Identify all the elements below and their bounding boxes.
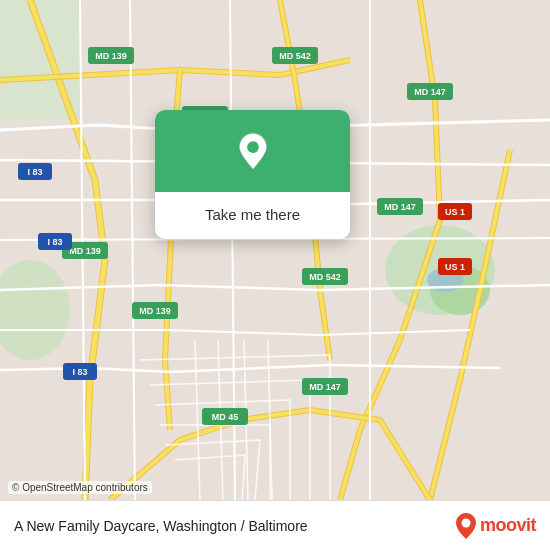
svg-point-39 [461, 518, 470, 527]
moovit-logo: moovit [455, 512, 536, 540]
svg-text:MD 147: MD 147 [309, 382, 341, 392]
map-container: MD 139 MD 139 MD 139 MD 139 MD 542 MD 54… [0, 0, 550, 500]
moovit-brand-text: moovit [480, 515, 536, 536]
svg-text:MD 139: MD 139 [69, 246, 101, 256]
svg-text:US 1: US 1 [445, 262, 465, 272]
svg-text:MD 45: MD 45 [212, 412, 239, 422]
svg-text:MD 542: MD 542 [309, 272, 341, 282]
moovit-pin-icon [455, 512, 477, 540]
svg-text:MD 139: MD 139 [95, 51, 127, 61]
location-title: A New Family Daycare, Washington / Balti… [14, 518, 455, 534]
svg-point-38 [247, 141, 259, 153]
take-me-there-button[interactable]: Take me there [197, 202, 308, 227]
bottom-bar: A New Family Daycare, Washington / Balti… [0, 500, 550, 550]
map-popup: Take me there [155, 110, 350, 239]
map-attribution: © OpenStreetMap contributors [8, 481, 152, 494]
svg-text:MD 147: MD 147 [414, 87, 446, 97]
location-pin-icon [232, 132, 274, 174]
svg-text:MD 542: MD 542 [279, 51, 311, 61]
svg-text:MD 147: MD 147 [384, 202, 416, 212]
svg-text:I 83: I 83 [27, 167, 42, 177]
svg-text:MD 139: MD 139 [139, 306, 171, 316]
popup-header [155, 110, 350, 192]
popup-button-section: Take me there [155, 192, 350, 239]
svg-text:I 83: I 83 [47, 237, 62, 247]
svg-text:I 83: I 83 [72, 367, 87, 377]
svg-text:US 1: US 1 [445, 207, 465, 217]
